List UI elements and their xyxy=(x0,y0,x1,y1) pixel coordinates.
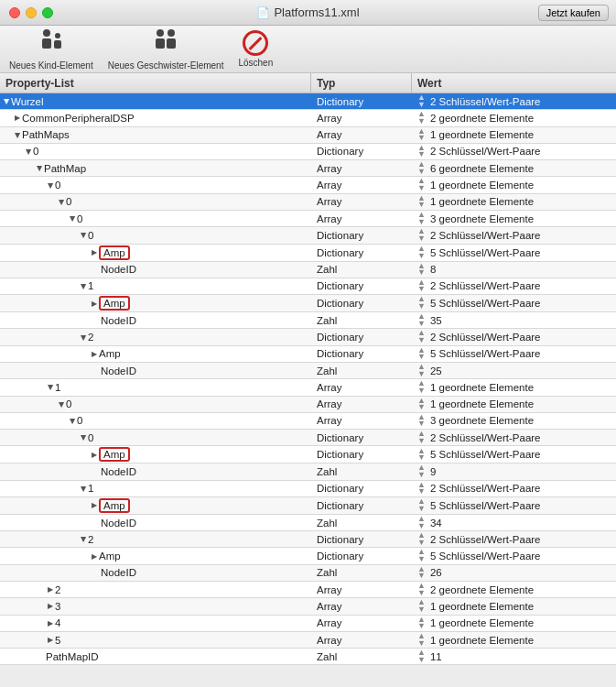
triangle-open[interactable]: ▶ xyxy=(58,401,66,407)
neues-geschwister-button[interactable]: Neues Geschwister-Element xyxy=(108,27,224,71)
table-row[interactable]: ▶AmpDictionary▲▼5 Schlüssel/Wert-Paare xyxy=(0,295,616,312)
table-row[interactable]: ▶AmpDictionary▲▼5 Schlüssel/Wert-Paare xyxy=(0,346,616,363)
table-row[interactable]: ▶0Dictionary▲▼2 Schlüssel/Wert-Paare xyxy=(0,144,616,160)
spinner-arrows[interactable]: ▲▼ xyxy=(417,263,426,277)
neues-kind-button[interactable]: Neues Kind-Element xyxy=(9,27,93,71)
spinner-arrows[interactable]: ▲▼ xyxy=(417,516,426,529)
spinner-arrows[interactable]: ▲▼ xyxy=(417,330,426,344)
table-row[interactable]: ▶AmpDictionary▲▼5 Schlüssel/Wert-Paare xyxy=(0,497,616,515)
spinner-arrows[interactable]: ▲▼ xyxy=(417,616,426,630)
table-row[interactable]: NodeIDZahl▲▼34 xyxy=(0,515,616,531)
triangle-open[interactable]: ▶ xyxy=(58,199,66,204)
spinner-arrows[interactable]: ▲▼ xyxy=(417,633,426,647)
triangle-closed[interactable]: ▶ xyxy=(92,300,97,308)
buy-button[interactable]: Jetzt kaufen xyxy=(538,5,609,21)
triangle-closed[interactable]: ▶ xyxy=(92,248,97,256)
spinner-arrows[interactable]: ▲▼ xyxy=(417,498,426,512)
triangle-open[interactable]: ▶ xyxy=(47,182,55,188)
table-row[interactable]: ▶0Dictionary▲▼2 Schlüssel/Wert-Paare xyxy=(0,227,616,244)
table-row[interactable]: ▶3Array▲▼1 geordnete Elemente xyxy=(0,598,616,615)
table-row[interactable]: NodeIDZahl▲▼8 xyxy=(0,262,616,278)
spinner-arrows[interactable]: ▲▼ xyxy=(417,228,426,242)
table-row[interactable]: ▶WurzelDictionary▲▼2 Schlüssel/Wert-Paar… xyxy=(0,93,616,110)
table-row[interactable]: ▶1Dictionary▲▼2 Schlüssel/Wert-Paare xyxy=(0,278,616,295)
table-row[interactable]: NodeIDZahl▲▼26 xyxy=(0,565,616,582)
triangle-closed[interactable]: ▶ xyxy=(48,636,53,644)
table-row[interactable]: ▶AmpDictionary▲▼5 Schlüssel/Wert-Paare xyxy=(0,446,616,463)
triangle-closed[interactable]: ▶ xyxy=(92,501,97,509)
spinner-arrows[interactable]: ▲▼ xyxy=(417,313,426,327)
triangle-open[interactable]: ▶ xyxy=(69,418,77,423)
loeschen-button[interactable]: Löschen xyxy=(238,30,273,68)
spinner-arrows[interactable]: ▲▼ xyxy=(417,599,426,613)
triangle-open[interactable]: ▶ xyxy=(3,99,11,104)
triangle-open[interactable]: ▶ xyxy=(80,283,88,289)
table-row[interactable]: PathMapIDZahl▲▼11 xyxy=(0,649,616,665)
spinner-arrows[interactable]: ▲▼ xyxy=(417,296,426,310)
table-row[interactable]: ▶2Dictionary▲▼2 Schlüssel/Wert-Paare xyxy=(0,531,616,548)
spinner-arrows[interactable]: ▲▼ xyxy=(417,364,426,377)
table-row[interactable]: ▶0Array▲▼1 geordnete Elemente xyxy=(0,177,616,193)
col-header-property[interactable]: Property-List xyxy=(0,73,311,93)
triangle-open[interactable]: ▶ xyxy=(80,334,88,340)
table-row[interactable]: ▶AmpDictionary▲▼5 Schlüssel/Wert-Paare xyxy=(0,245,616,262)
spinner-arrows[interactable]: ▲▼ xyxy=(417,145,426,158)
spinner-arrows[interactable]: ▲▼ xyxy=(417,482,426,496)
table-row[interactable]: ▶AmpDictionary▲▼5 Schlüssel/Wert-Paare xyxy=(0,548,616,564)
col-header-typ[interactable]: Typ xyxy=(311,73,412,93)
spinner-arrows[interactable]: ▲▼ xyxy=(417,549,426,562)
property-list-table[interactable]: ▶WurzelDictionary▲▼2 Schlüssel/Wert-Paar… xyxy=(0,93,616,687)
spinner-arrows[interactable]: ▲▼ xyxy=(417,178,426,191)
table-row[interactable]: ▶0Array▲▼3 geordnete Elemente xyxy=(0,211,616,227)
spinner-arrows[interactable]: ▲▼ xyxy=(417,448,426,462)
spinner-arrows[interactable]: ▲▼ xyxy=(417,532,426,546)
spinner-arrows[interactable]: ▲▼ xyxy=(417,583,426,596)
spinner-arrows[interactable]: ▲▼ xyxy=(417,111,426,125)
triangle-open[interactable]: ▶ xyxy=(80,233,88,238)
spinner-arrows[interactable]: ▲▼ xyxy=(417,566,426,580)
table-row[interactable]: ▶2Array▲▼2 geordnete Elemente xyxy=(0,582,616,598)
close-button[interactable] xyxy=(9,7,20,18)
spinner-arrows[interactable]: ▲▼ xyxy=(417,161,426,175)
triangle-open[interactable]: ▶ xyxy=(80,537,88,542)
table-row[interactable]: NodeIDZahl▲▼25 xyxy=(0,363,616,379)
triangle-open[interactable]: ▶ xyxy=(47,385,55,390)
triangle-closed[interactable]: ▶ xyxy=(92,552,97,561)
spinner-arrows[interactable]: ▲▼ xyxy=(417,464,426,478)
maximize-button[interactable] xyxy=(42,7,53,18)
table-row[interactable]: ▶CommonPeripheralDSPArray▲▼2 geordnete E… xyxy=(0,110,616,126)
table-row[interactable]: NodeIDZahl▲▼9 xyxy=(0,463,616,480)
table-row[interactable]: ▶2Dictionary▲▼2 Schlüssel/Wert-Paare xyxy=(0,329,616,345)
minimize-button[interactable] xyxy=(26,7,37,18)
spinner-arrows[interactable]: ▲▼ xyxy=(417,414,426,428)
spinner-arrows[interactable]: ▲▼ xyxy=(417,380,426,394)
triangle-open[interactable]: ▶ xyxy=(69,216,77,222)
spinner-arrows[interactable]: ▲▼ xyxy=(417,347,426,361)
triangle-closed[interactable]: ▶ xyxy=(15,114,20,122)
table-row[interactable]: ▶4Array▲▼1 geordnete Elemente xyxy=(0,616,616,632)
table-row[interactable]: ▶0Array▲▼3 geordnete Elemente xyxy=(0,413,616,430)
table-row[interactable]: NodeIDZahl▲▼35 xyxy=(0,312,616,329)
table-row[interactable]: ▶1Dictionary▲▼2 Schlüssel/Wert-Paare xyxy=(0,481,616,497)
triangle-closed[interactable]: ▶ xyxy=(48,619,53,627)
table-row[interactable]: ▶0Dictionary▲▼2 Schlüssel/Wert-Paare xyxy=(0,430,616,446)
triangle-open[interactable]: ▶ xyxy=(14,132,22,137)
triangle-closed[interactable]: ▶ xyxy=(48,602,53,610)
table-row[interactable]: ▶0Array▲▼1 geordnete Elemente xyxy=(0,397,616,413)
triangle-open[interactable]: ▶ xyxy=(80,485,88,491)
spinner-arrows[interactable]: ▲▼ xyxy=(417,245,426,259)
spinner-arrows[interactable]: ▲▼ xyxy=(417,212,426,225)
table-row[interactable]: ▶1Array▲▼1 geordnete Elemente xyxy=(0,379,616,396)
spinner-arrows[interactable]: ▲▼ xyxy=(417,398,426,411)
triangle-closed[interactable]: ▶ xyxy=(48,585,53,594)
spinner-arrows[interactable]: ▲▼ xyxy=(417,431,426,444)
triangle-open[interactable]: ▶ xyxy=(25,148,33,154)
spinner-arrows[interactable]: ▲▼ xyxy=(417,279,426,293)
table-row[interactable]: ▶PathMapArray▲▼6 geordnete Elemente xyxy=(0,160,616,177)
triangle-open[interactable]: ▶ xyxy=(80,435,88,441)
table-row[interactable]: ▶5Array▲▼1 geordnete Elemente xyxy=(0,632,616,649)
spinner-arrows[interactable]: ▲▼ xyxy=(417,94,426,108)
spinner-arrows[interactable]: ▲▼ xyxy=(417,649,426,663)
triangle-open[interactable]: ▶ xyxy=(36,166,44,171)
triangle-closed[interactable]: ▶ xyxy=(92,451,97,459)
